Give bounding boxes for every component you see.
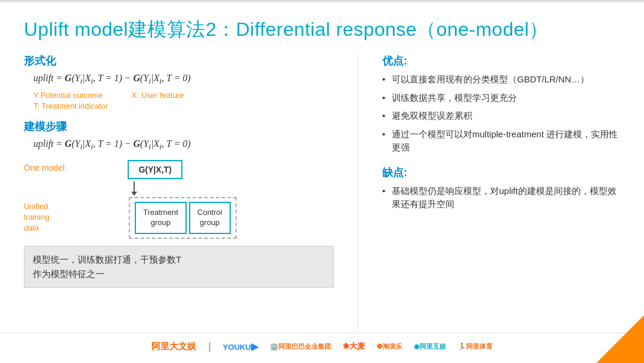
footer-logo-taoticket: ❁淘演乐 <box>377 342 402 351</box>
content-area: 形式化 uplift = G(Yi|Xi, T = 1) − G(Yi|Xi, … <box>24 54 620 328</box>
control-group: Controlgroup <box>189 202 231 234</box>
disadvantages-section: 缺点: 基础模型仍是响应模型，对uplift的建模是间接的，模型效果还有提升空间 <box>382 165 620 211</box>
left-panel: 形式化 uplift = G(Yi|Xi, T = 1) − G(Yi|Xi, … <box>24 54 334 328</box>
top-border <box>0 0 644 2</box>
advantages-list: 可以直接套用现有的分类模型（GBDT/LR/NN…） 训练数据共享，模型学习更充… <box>382 73 620 155</box>
gbox: G(Y|X,T) <box>128 160 182 179</box>
bottom-text-line1: 模型统一，训练数据打通，干预参数T <box>33 253 325 267</box>
disadvantages-heading: 缺点: <box>382 165 620 180</box>
footer: 阿里大文娱 | YOUKU▶ 🏢阿里巴巴企业集团 ❀大麦 ❁淘演乐 ◉阿里互娱 … <box>0 334 644 358</box>
right-panel: 优点: 可以直接套用现有的分类模型（GBDT/LR/NN…） 训练数据共享，模型… <box>382 54 620 328</box>
formula2: uplift = G(Yi|Xi, T = 1) − G(Yi|Xi, T = … <box>33 139 334 152</box>
advantage-item: 训练数据共享，模型学习更充分 <box>382 91 620 105</box>
one-model-label: One model <box>24 163 64 173</box>
groups-container: Treatmentgroup Controlgroup <box>129 197 237 239</box>
advantages-section: 优点: 可以直接套用现有的分类模型（GBDT/LR/NN…） 训练数据共享，模型… <box>382 54 620 155</box>
unified-label: Unified training data <box>24 201 66 234</box>
slide-title: Uplift model建模算法2：Differential response（… <box>24 17 620 43</box>
footer-logo-damai: ❀大麦 <box>343 341 365 352</box>
bottom-text-box: 模型统一，训练数据打通，干预参数T 作为模型特征之一 <box>24 246 334 288</box>
disadvantages-list: 基础模型仍是响应模型，对uplift的建模是间接的，模型效果还有提升空间 <box>382 184 620 211</box>
footer-logo-ali: 阿里大文娱 <box>151 341 196 352</box>
divider <box>358 54 358 328</box>
legend-y: Y Potential outcome T: Treatment indicat… <box>33 90 108 111</box>
formula1: uplift = G(Yi|Xi, T = 1) − G(Yi|Xi, T = … <box>33 73 334 86</box>
footer-logo-alisports: 🏃阿里体育 <box>458 342 493 351</box>
formula2-text: uplift = G(Yi|Xi, T = 1) − G(Yi|Xi, T = … <box>33 139 191 152</box>
legend-row: Y Potential outcome T: Treatment indicat… <box>33 90 334 111</box>
steps-section: 建模步骤 uplift = G(Yi|Xi, T = 1) − G(Yi|Xi,… <box>24 119 334 152</box>
advantage-item: 通过一个模型可以对multiple-treatment 进行建模，实用性更强 <box>382 128 620 155</box>
orange-triangle-decoration <box>596 315 644 363</box>
advantage-item: 避免双模型误差累积 <box>382 109 620 123</box>
disadvantage-item: 基础模型仍是响应模型，对uplift的建模是间接的，模型效果还有提升空间 <box>382 184 620 211</box>
legend-x: X: User feature <box>132 90 184 111</box>
formula1-text: uplift = G(Yi|Xi, T = 1) − G(Yi|Xi, T = … <box>33 73 191 86</box>
formalization-heading: 形式化 <box>24 54 334 68</box>
bottom-border <box>0 333 644 333</box>
slide-container: Uplift model建模算法2：Differential response（… <box>0 0 644 363</box>
advantages-heading: 优点: <box>382 54 620 68</box>
footer-divider1: | <box>208 340 211 353</box>
diagram-area: One model G(Y|X,T) Unified training data <box>24 160 334 239</box>
footer-logo-youku: YOUKU▶ <box>223 341 258 352</box>
advantage-item: 可以直接套用现有的分类模型（GBDT/LR/NN…） <box>382 73 620 87</box>
treatment-group: Treatmentgroup <box>135 202 187 234</box>
modeling-heading: 建模步骤 <box>24 119 334 134</box>
bottom-text-line2: 作为模型特征之一 <box>33 267 325 281</box>
footer-logo-alijiaoyu: ◉阿里互娱 <box>414 342 446 351</box>
footer-logo-alibaba: 🏢阿里巴巴企业集团 <box>270 342 331 351</box>
